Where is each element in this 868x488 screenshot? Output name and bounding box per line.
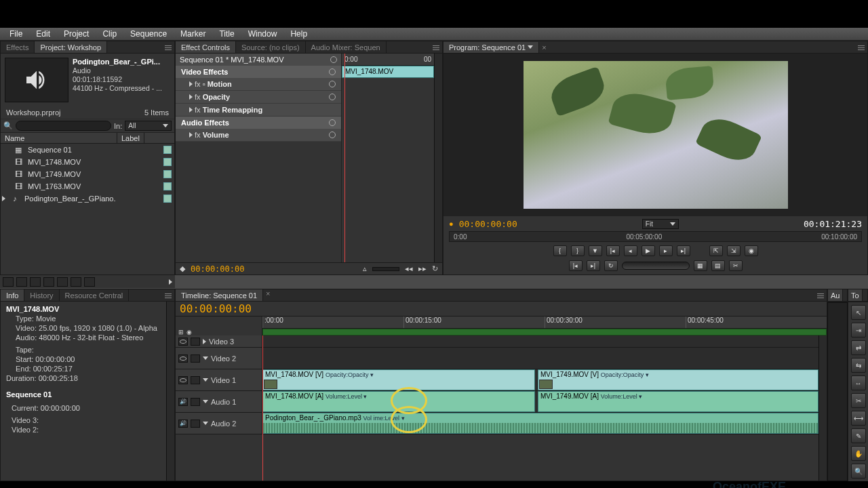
tab-timeline[interactable]: Timeline: Sequence 01 bbox=[176, 289, 263, 301]
label-swatch[interactable] bbox=[163, 182, 172, 190]
program-ruler[interactable]: 0:00 00:05:00:00 00:10:00:00 bbox=[449, 231, 862, 242]
ec-clip-bar[interactable]: MVI_1748.MOV bbox=[342, 66, 434, 78]
set-marker-button[interactable]: ▼ bbox=[589, 245, 602, 256]
new-bin-icon[interactable] bbox=[57, 277, 68, 287]
ec-playhead[interactable] bbox=[344, 54, 345, 262]
menu-marker[interactable]: Marker bbox=[175, 28, 211, 40]
col-label[interactable]: Label bbox=[117, 133, 144, 143]
fit-dropdown[interactable]: Fit bbox=[642, 219, 679, 229]
effect-volume[interactable]: Volume bbox=[203, 131, 229, 139]
lock-icon[interactable] bbox=[191, 420, 200, 428]
search-icon[interactable]: 🔍 bbox=[3, 121, 13, 130]
razor-tool[interactable]: ✂ bbox=[851, 393, 866, 408]
menu-sequence[interactable]: Sequence bbox=[125, 28, 172, 40]
marker-icon[interactable]: ◉ bbox=[186, 329, 192, 336]
bin-row[interactable]: 🎞 MVI_1763.MOV bbox=[1, 180, 174, 192]
keyframe-toggle-icon[interactable]: ◆ bbox=[180, 264, 185, 273]
tab-audio-mixer[interactable]: Audio Mixer: Sequen bbox=[306, 41, 387, 53]
tab-effect-controls[interactable]: Effect Controls bbox=[176, 41, 236, 53]
program-monitor[interactable] bbox=[443, 54, 867, 216]
timeline-playhead[interactable] bbox=[262, 336, 263, 481]
menu-project[interactable]: Project bbox=[58, 28, 94, 40]
close-tab-icon[interactable]: × bbox=[539, 43, 549, 52]
menu-edit[interactable]: Edit bbox=[31, 28, 56, 40]
section-icon[interactable] bbox=[329, 119, 336, 126]
effect-motion[interactable]: Motion bbox=[208, 80, 232, 88]
bin-row[interactable]: 🎞 MVI_1749.MOV bbox=[1, 168, 174, 180]
bin-row[interactable]: ♪ Podington_Bear_-_GPiano. bbox=[1, 192, 174, 205]
track-header-v1[interactable]: Video 1 bbox=[176, 369, 262, 390]
scrollbar[interactable] bbox=[166, 302, 174, 481]
loop-icon[interactable]: ↻ bbox=[432, 264, 438, 273]
clip-a2-music[interactable]: Podington_Bear_-_GPiano.mp3 Vol ime:Leve… bbox=[262, 413, 818, 434]
scrollbar[interactable] bbox=[818, 336, 827, 481]
eye-icon[interactable] bbox=[178, 338, 188, 346]
list-view-icon[interactable] bbox=[3, 277, 14, 287]
output-button[interactable]: ▤ bbox=[711, 260, 725, 271]
slip-tool[interactable]: ⟷ bbox=[851, 411, 866, 426]
zoom-tool[interactable]: 🔍 bbox=[851, 464, 866, 479]
col-name[interactable]: Name bbox=[1, 133, 117, 143]
find-icon[interactable] bbox=[43, 277, 54, 287]
mark-out-button[interactable]: } bbox=[571, 245, 585, 256]
bin-row[interactable]: 🎞 MVI_1748.MOV bbox=[1, 156, 174, 168]
panel-menu-icon[interactable] bbox=[163, 291, 173, 300]
expand-icon[interactable] bbox=[189, 107, 193, 113]
track-select-tool[interactable]: ⇥ bbox=[851, 323, 866, 338]
menu-title[interactable]: Title bbox=[214, 28, 239, 40]
effect-time-remapping[interactable]: Time Remapping bbox=[203, 106, 262, 114]
label-swatch[interactable] bbox=[163, 146, 172, 154]
prev-edit-button[interactable]: |◂ bbox=[569, 260, 583, 271]
menu-help[interactable]: Help bbox=[285, 28, 313, 40]
chevron-right-icon[interactable] bbox=[169, 279, 172, 285]
clip-a1-1748[interactable]: MVI_1748.MOV [A] Volume:Level ▾ bbox=[262, 391, 535, 412]
section-icon[interactable] bbox=[329, 68, 336, 75]
pen-tool[interactable]: ✎ bbox=[851, 428, 866, 443]
chevron-down-icon[interactable] bbox=[528, 45, 533, 49]
play-button[interactable]: ▶ bbox=[642, 245, 655, 256]
prev-keyframe-icon[interactable]: ◂◂ bbox=[405, 264, 413, 273]
panel-menu-icon[interactable] bbox=[163, 43, 173, 52]
tab-audio-meters[interactable]: Au bbox=[828, 289, 843, 301]
preview-thumbnail[interactable] bbox=[5, 58, 68, 102]
label-swatch[interactable] bbox=[163, 170, 172, 178]
clip-a1-1749[interactable]: MVI_1749.MOV [A] Volume:Level ▾ bbox=[538, 391, 818, 412]
lock-icon[interactable] bbox=[191, 376, 200, 384]
go-to-in-button[interactable]: |◂ bbox=[606, 245, 620, 256]
tab-effects[interactable]: Effects bbox=[1, 41, 35, 53]
next-edit-button[interactable]: ▸| bbox=[587, 260, 600, 271]
tab-info[interactable]: Info bbox=[1, 289, 24, 301]
collapse-icon[interactable] bbox=[203, 400, 208, 403]
rate-stretch-tool[interactable]: ↔ bbox=[851, 375, 866, 390]
reset-icon[interactable] bbox=[330, 56, 337, 63]
panel-menu-icon[interactable] bbox=[431, 43, 441, 52]
reset-icon[interactable] bbox=[329, 81, 336, 87]
clip-v1-1749[interactable]: MVI_1749.MOV [V] Opacity:Opacity ▾ bbox=[538, 369, 818, 390]
menu-window[interactable]: Window bbox=[243, 28, 283, 40]
mute-icon[interactable]: 🔊 bbox=[178, 398, 188, 406]
hand-tool[interactable]: ✋ bbox=[851, 446, 866, 461]
program-timecode-in[interactable]: 00:00:00:00 bbox=[459, 219, 517, 229]
collapse-icon[interactable] bbox=[203, 378, 208, 382]
lock-icon[interactable] bbox=[191, 398, 200, 406]
label-swatch[interactable] bbox=[163, 158, 172, 166]
label-swatch[interactable] bbox=[163, 195, 172, 203]
snap-icon[interactable]: ⊞ bbox=[178, 329, 184, 336]
tab-resource-central[interactable]: Resource Central bbox=[60, 289, 130, 301]
close-tab-icon[interactable]: × bbox=[263, 289, 273, 301]
delete-icon[interactable] bbox=[84, 277, 95, 287]
track-header-a1[interactable]: 🔊 Audio 1 bbox=[176, 391, 262, 412]
lock-icon[interactable] bbox=[191, 338, 200, 346]
panel-menu-icon[interactable] bbox=[856, 43, 866, 52]
collapse-icon[interactable] bbox=[203, 357, 208, 360]
menu-file[interactable]: File bbox=[4, 28, 28, 40]
export-frame-button[interactable]: ◉ bbox=[745, 245, 758, 256]
icon-view-icon[interactable] bbox=[16, 277, 27, 287]
ripple-edit-tool[interactable]: ⇄ bbox=[851, 340, 866, 355]
shuttle-slider[interactable] bbox=[622, 262, 690, 270]
next-keyframe-icon[interactable]: ▸▸ bbox=[418, 264, 427, 273]
lift-button[interactable]: ⇱ bbox=[709, 245, 723, 256]
selection-tool[interactable]: ↖ bbox=[851, 305, 866, 320]
zoom-slider[interactable] bbox=[372, 267, 399, 271]
go-to-out-button[interactable]: ▸| bbox=[677, 245, 690, 256]
